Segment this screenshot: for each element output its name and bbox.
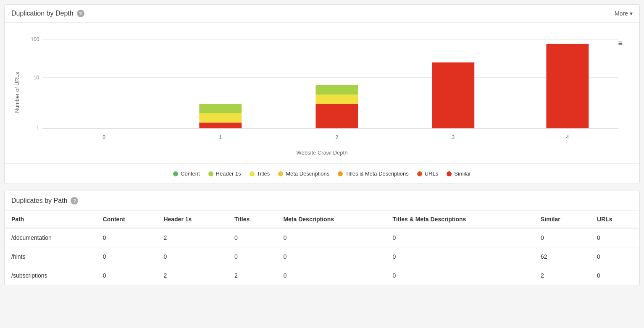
table-cell-path: /hints [5, 247, 96, 266]
col-header-content: Content [96, 211, 157, 228]
table-title: Duplicates by Path [11, 197, 67, 205]
panel-header: Duplication by Depth ? More ▾ [5, 5, 639, 23]
chart-legend: Content Header 1s Titles Meta Descriptio… [5, 163, 639, 184]
bar-depth2-similar [315, 104, 358, 128]
legend-label: Header 1s [216, 171, 241, 177]
legend-dot [278, 171, 283, 176]
col-header-similar: Similar [534, 211, 590, 228]
table-cell-urls: 0 [590, 266, 639, 285]
table-cell-titles: 2 [228, 266, 276, 285]
legend-item-titles: Titles [250, 171, 270, 177]
col-header-meta-descriptions: Meta Descriptions [276, 211, 386, 228]
legend-dot [447, 171, 452, 176]
legend-label: Titles & Meta Descriptions [345, 171, 409, 177]
y-axis-label: Number of URLs [14, 72, 20, 113]
legend-item-titles-&-meta-descriptions: Titles & Meta Descriptions [338, 171, 409, 177]
table-cell-path: /subscriptions [5, 266, 96, 285]
legend-label: URLs [425, 171, 439, 177]
table-cell-content: 0 [96, 228, 157, 247]
table-cell-content: 0 [96, 247, 157, 266]
table-cell-titles-&-meta-descriptions: 0 [386, 266, 534, 285]
legend-label: Titles [257, 171, 270, 177]
table-cell-path: /documentation [5, 228, 96, 247]
table-body: /documentation0200000/hints00000620/subs… [5, 228, 639, 285]
x-tick-2: 2 [335, 134, 338, 140]
chart-container: ≡ Number of URLs 100 10 1 0 1 2 [5, 23, 639, 163]
bar-depth4-similar [546, 44, 589, 128]
table-cell-urls: 0 [590, 228, 639, 247]
table-cell-meta-descriptions: 0 [276, 266, 386, 285]
table-cell-header-1s: 2 [157, 266, 228, 285]
panel-title-group: Duplication by Depth ? [11, 10, 84, 17]
table-cell-titles: 0 [228, 247, 276, 266]
bar-depth2-titles [315, 94, 358, 104]
legend-label: Similar [454, 171, 471, 177]
table-head: PathContentHeader 1sTitlesMeta Descripti… [5, 211, 639, 228]
col-header-urls: URLs [590, 211, 639, 228]
y-tick-100: 100 [31, 37, 39, 42]
legend-dot [208, 171, 213, 176]
bar-depth3-similar [432, 63, 474, 129]
bar-depth1-header1s [199, 104, 242, 113]
table-cell-similar: 62 [534, 247, 590, 266]
table-cell-titles-&-meta-descriptions: 0 [386, 247, 534, 266]
table-header: Duplicates by Path ? [5, 191, 639, 211]
table-cell-titles-&-meta-descriptions: 0 [386, 228, 534, 247]
duplicates-by-path-panel: Duplicates by Path ? PathContentHeader 1… [4, 191, 640, 285]
legend-dot [338, 171, 343, 176]
table-cell-content: 0 [96, 266, 157, 285]
legend-label: Content [181, 171, 200, 177]
chevron-down-icon: ▾ [630, 10, 633, 17]
table-cell-header-1s: 0 [157, 247, 228, 266]
col-header-titles-&-meta-descriptions: Titles & Meta Descriptions [386, 211, 534, 228]
legend-dot [250, 171, 255, 176]
legend-item-header-1s: Header 1s [208, 171, 241, 177]
x-tick-3: 3 [452, 134, 455, 140]
legend-item-urls: URLs [417, 171, 439, 177]
bar-depth2-header1s [315, 85, 358, 94]
table-row: /subscriptions0220020 [5, 266, 639, 285]
hamburger-menu-icon[interactable]: ≡ [618, 39, 623, 47]
col-header-path: Path [5, 211, 96, 228]
col-header-header-1s: Header 1s [157, 211, 228, 228]
table-cell-meta-descriptions: 0 [276, 228, 386, 247]
table-cell-titles: 0 [228, 228, 276, 247]
y-tick-10: 10 [34, 75, 39, 81]
table-cell-similar: 2 [534, 266, 590, 285]
legend-item-meta-descriptions: Meta Descriptions [278, 171, 329, 177]
table-row: /hints00000620 [5, 247, 639, 266]
help-icon[interactable]: ? [77, 10, 84, 17]
table-cell-urls: 0 [590, 247, 639, 266]
col-header-titles: Titles [228, 211, 276, 228]
table-header-row: PathContentHeader 1sTitlesMeta Descripti… [5, 211, 639, 228]
duplication-by-depth-panel: Duplication by Depth ? More ▾ ≡ Number o… [4, 4, 640, 184]
y-tick-1: 1 [37, 126, 39, 131]
table-row: /documentation0200000 [5, 228, 639, 247]
legend-label: Meta Descriptions [286, 171, 329, 177]
x-tick-4: 4 [566, 134, 569, 140]
x-tick-1: 1 [219, 134, 222, 140]
legend-item-content: Content [173, 171, 200, 177]
table-cell-header-1s: 2 [157, 228, 228, 247]
duplicates-table: PathContentHeader 1sTitlesMeta Descripti… [5, 211, 639, 285]
table-cell-meta-descriptions: 0 [276, 247, 386, 266]
bar-depth1-titles [199, 113, 242, 122]
legend-dot [173, 171, 178, 176]
legend-dot [417, 171, 422, 176]
more-button[interactable]: More ▾ [615, 10, 633, 17]
table-help-icon[interactable]: ? [71, 197, 78, 205]
legend-item-similar: Similar [447, 171, 471, 177]
table-cell-similar: 0 [534, 228, 590, 247]
x-axis-label: Website Crawl Depth [13, 150, 631, 156]
bar-depth1-similar [199, 123, 242, 129]
x-tick-0: 0 [103, 134, 105, 140]
panel-title-text: Duplication by Depth [11, 10, 74, 17]
chart-svg: Number of URLs 100 10 1 0 1 2 3 4 [13, 31, 631, 154]
more-label: More [615, 10, 628, 17]
